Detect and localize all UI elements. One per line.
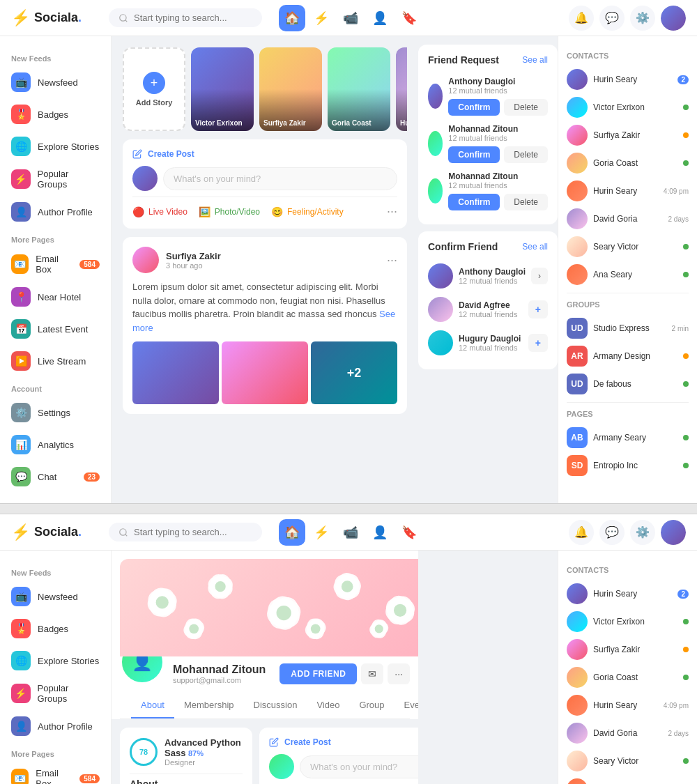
search-bar-2[interactable]: [109, 523, 262, 541]
profile-more-button[interactable]: ···: [388, 663, 410, 684]
post-input[interactable]: What's on your mind?: [163, 167, 397, 190]
post-more-button[interactable]: ···: [387, 204, 397, 219]
sidebar-item-explore[interactable]: 🌐 Explore Stories: [0, 131, 111, 162]
search-input-2[interactable]: [134, 527, 245, 537]
post-image-3[interactable]: +2: [311, 341, 397, 404]
confirm-anthony-button[interactable]: Confirm: [448, 99, 500, 116]
video-nav-button[interactable]: 📹: [337, 5, 364, 31]
sidebar-item-explore-2[interactable]: 🌐 Explore Stories: [0, 645, 111, 676]
page-armany-seary[interactable]: AB Armany Seary: [567, 424, 689, 452]
profile-nav-button-2[interactable]: 👤: [367, 519, 393, 546]
contact-seary-victor-2[interactable]: Seary Victor: [567, 747, 689, 775]
add-friend-button[interactable]: ADD FRIEND: [279, 663, 357, 684]
story-goria[interactable]: Goria Coast: [328, 47, 390, 131]
search-bar[interactable]: [109, 8, 262, 27]
sidebar-item-newsfeed[interactable]: 📺 Newsfeed: [0, 67, 111, 98]
tab-about[interactable]: About: [131, 693, 174, 718]
tab-discussion[interactable]: Discussion: [244, 693, 307, 718]
sidebar-item-badges-2[interactable]: 🎖️ Badges: [0, 613, 111, 644]
chat-button[interactable]: 💬: [599, 6, 625, 31]
contact-goria-2[interactable]: Goria Coast: [567, 663, 689, 691]
contact-ana-2[interactable]: Ana Seary: [567, 775, 689, 784]
confirm-mohannad-button[interactable]: Confirm: [448, 146, 500, 163]
delete-mohannad2-button[interactable]: Delete: [504, 194, 548, 210]
message-button[interactable]: ✉: [361, 663, 383, 684]
story-surfiya[interactable]: Surfiya Zakir: [259, 47, 322, 131]
contact-david-goria-2[interactable]: David Goria 2 days: [567, 719, 689, 747]
feeling-action[interactable]: 😊 Feeling/Activity: [271, 206, 344, 217]
post-input-2[interactable]: What's on your mind?: [300, 755, 418, 778]
main-content-2: 👤 Mohannad Zitoun support@gmail.com ADD …: [112, 551, 418, 784]
contact-surfiya-2[interactable]: Surfiya Zakir: [567, 636, 689, 663]
contact-surfiya[interactable]: Surfiya Zakir: [567, 121, 689, 149]
group-armany[interactable]: AR Armany Design: [567, 342, 689, 370]
story-hurin[interactable]: Hurin Seary: [396, 47, 407, 131]
post-image-2[interactable]: [222, 341, 308, 404]
settings-button-2[interactable]: ⚙️: [630, 520, 655, 545]
sidebar-item-near-hotel[interactable]: 📍 Near Hotel: [0, 282, 111, 312]
see-more-link[interactable]: See more: [132, 309, 395, 333]
contact-victor[interactable]: Victor Exrixon: [567, 93, 689, 121]
group-studio[interactable]: UD Studio Express 2 min: [567, 314, 689, 342]
contact-hurin[interactable]: Hurin Seary 2: [567, 66, 689, 93]
tab-group[interactable]: Group: [349, 693, 394, 718]
tab-events[interactable]: Events: [395, 693, 418, 718]
sidebar-item-latest-event[interactable]: 📅 Latest Event: [0, 314, 111, 344]
sidebar-item-popular-groups-2[interactable]: ⚡ Popular Groups: [0, 677, 111, 709]
contact-david-goria[interactable]: David Goria 2 days: [567, 205, 689, 233]
contact-goria[interactable]: Goria Coast: [567, 149, 689, 177]
sidebar-item-badges[interactable]: 🎖️ Badges: [0, 99, 111, 130]
chat-button-2[interactable]: 💬: [599, 520, 625, 545]
post-options-button[interactable]: ···: [387, 253, 397, 268]
user-avatar[interactable]: [661, 6, 686, 31]
add-story-card[interactable]: + Add Story: [123, 47, 185, 131]
contact-hurin2[interactable]: Hurin Seary 4:09 pm: [567, 177, 689, 205]
confirm-mohannad2-button[interactable]: Confirm: [448, 194, 500, 210]
search-input[interactable]: [134, 13, 245, 23]
bookmark-nav-button-2[interactable]: 🔖: [396, 519, 422, 546]
video-nav-button-2[interactable]: 📹: [337, 519, 364, 546]
home-nav-button[interactable]: 🏠: [279, 5, 305, 31]
sidebar-item-email-box-2[interactable]: 📧 Email Box 584: [0, 762, 111, 784]
bell-button[interactable]: 🔔: [569, 6, 594, 31]
sidebar-item-live-stream[interactable]: ▶️ Live Stream: [0, 346, 111, 376]
group-defabous[interactable]: UD De fabous: [567, 370, 689, 398]
flash-nav-button[interactable]: ⚡: [308, 5, 335, 31]
bell-button-2[interactable]: 🔔: [569, 520, 594, 545]
sidebar-item-newsfeed-2[interactable]: 📺 Newsfeed: [0, 581, 111, 612]
page-entropio[interactable]: SD Entropio Inc: [567, 452, 689, 479]
sidebar-item-analytics[interactable]: 📊 Analytics: [0, 429, 111, 460]
flash-nav-button-2[interactable]: ⚡: [308, 519, 335, 546]
sidebar-item-author-profile-2[interactable]: 👤 Author Profile: [0, 711, 111, 741]
sidebar-item-settings[interactable]: ⚙️ Settings: [0, 397, 111, 428]
sidebar-item-popular-groups[interactable]: ⚡ Popular Groups: [0, 163, 111, 195]
post-create-box: Create Post What's on your mind? 🔴 Live …: [123, 139, 407, 229]
confirm-friend-see-all[interactable]: See all: [522, 242, 548, 252]
contact-hurin-2[interactable]: Hurin Seary 2: [567, 580, 689, 608]
live-video-action[interactable]: 🔴 Live Video: [132, 206, 187, 217]
user-avatar-2[interactable]: [661, 520, 686, 545]
bookmark-nav-button[interactable]: 🔖: [396, 5, 422, 31]
cf-david-button[interactable]: +: [528, 300, 548, 318]
sidebar-item-author-profile[interactable]: 👤 Author Profile: [0, 197, 111, 227]
contact-hurin3[interactable]: Hurin Seary 4:09 pm: [567, 691, 689, 719]
profile-details: Mohannad Zitoun support@gmail.com: [173, 663, 271, 684]
contact-victor-2[interactable]: Victor Exrixon: [567, 608, 689, 636]
settings-button[interactable]: ⚙️: [630, 6, 655, 31]
tab-video[interactable]: Video: [307, 693, 349, 718]
cf-anthony-button[interactable]: ›: [531, 268, 548, 284]
post-image-1[interactable]: [132, 341, 219, 404]
cf-hugury-button[interactable]: +: [528, 334, 548, 352]
photo-video-action[interactable]: 🖼️ Photo/Video: [199, 206, 260, 217]
friend-request-see-all[interactable]: See all: [522, 55, 548, 65]
contact-ana[interactable]: Ana Seary: [567, 261, 689, 289]
tab-membership[interactable]: Membership: [174, 693, 244, 718]
contact-seary-victor[interactable]: Seary Victor: [567, 233, 689, 261]
profile-nav-button[interactable]: 👤: [367, 5, 393, 31]
delete-anthony-button[interactable]: Delete: [504, 99, 548, 116]
home-nav-button-2[interactable]: 🏠: [279, 519, 305, 546]
story-victor[interactable]: Victor Exrixon: [191, 47, 254, 131]
sidebar-item-chat[interactable]: 💬 Chat 23: [0, 461, 111, 492]
delete-mohannad-button[interactable]: Delete: [504, 146, 548, 163]
sidebar-item-email-box[interactable]: 📧 Email Box 584: [0, 248, 111, 280]
